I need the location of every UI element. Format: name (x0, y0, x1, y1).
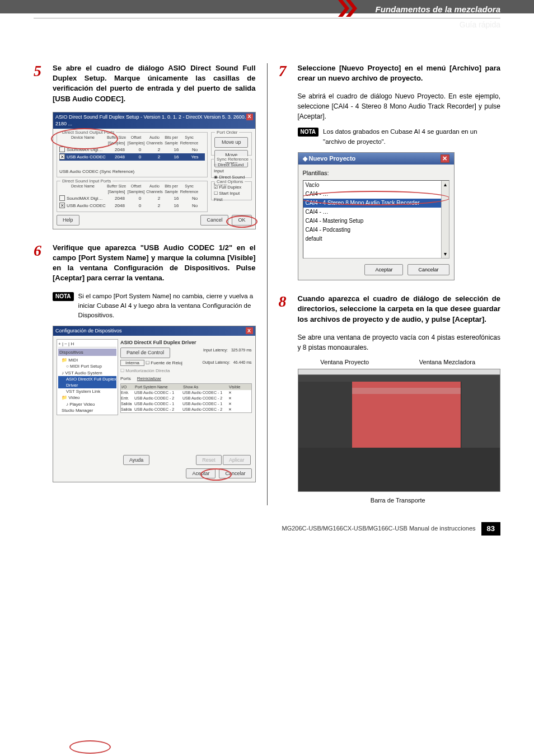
table-row[interactable]: SalidaUSB Audio CODEC - 1USB Audio CODEC… (121, 401, 251, 407)
step-body: Verifique que aparezca "USB Audio CODEC … (53, 243, 256, 284)
right-column: 7 Seleccione [Nuevo Proyecto] en el menú… (268, 63, 501, 505)
checkbox-icon[interactable] (59, 195, 65, 201)
dialog-title: Configuración de Dispositivos (55, 327, 122, 335)
table-row[interactable]: Entr.USB Audio CODEC - 2USB Audio CODEC … (121, 396, 251, 401)
section-title: Fundamentos de la mezcladora (376, 3, 500, 15)
dialog-titlebar: Configuración de Dispositivos X (53, 326, 255, 336)
step-number: 8 (279, 294, 292, 325)
footer-text: MG206C-USB/MG166CX-USB/MG166C-USB Manual… (282, 524, 476, 533)
figure-project-window (298, 369, 501, 492)
templates-list[interactable]: Vacío CAI4 - … CAI4 - 4 Stereo 8 Mono Au… (303, 180, 449, 259)
sync-ref-note: USB Audio CODEC (Sync Reference) (59, 168, 205, 175)
dialog-titlebar: ASIO Direct Sound Full Duplex Setup - Ve… (53, 112, 255, 129)
step-8: 8 Cuando aparezca el cuadro de diálogo d… (279, 294, 501, 325)
chevron-down-icon[interactable]: ▾ (442, 250, 449, 258)
table-row[interactable]: ✕ USB Audio CODEC 2048 0 2 16 No (59, 202, 205, 209)
radio-icon[interactable]: ○ (214, 162, 217, 167)
close-icon[interactable]: X (246, 327, 253, 334)
table-row[interactable]: SalidaUSB Audio CODEC - 2USB Audio CODEC… (121, 407, 251, 412)
input-ports-panel: Direct Sound Input Ports Device Name Buf… (57, 181, 208, 212)
checkbox-icon[interactable]: ☑ (214, 185, 218, 190)
reset-button[interactable]: Reset (196, 455, 222, 466)
dialog-titlebar: ◆ Nuevo Proyecto ✕ (298, 153, 454, 165)
checkbox-icon[interactable]: ☐ (214, 191, 218, 196)
header-band: Fundamentos de la mezcladora Guía rápida (0, 0, 534, 13)
step-number: 7 (279, 63, 292, 83)
arrows-icon (338, 0, 366, 17)
list-item[interactable]: CAI4 - Podcasting (303, 226, 449, 234)
table-headers: Device Name Buffer Size [Samples] Offset… (59, 184, 205, 195)
figure-new-project-dialog: ◆ Nuevo Proyecto ✕ Plantillas: Vacío CAI… (298, 152, 455, 280)
device-tree[interactable]: + | − | H Dispositivos 📁 MIDI ○ MIDI Por… (57, 339, 118, 415)
caption-project: Ventana Proyecto (320, 358, 369, 367)
help-button[interactable]: Ayuda (123, 455, 149, 466)
nota-badge: NOTA (53, 292, 74, 301)
caption-transport: Barra de Transporte (296, 496, 501, 505)
table-row[interactable]: Entr.USB Audio CODEC - 1USB Audio CODEC … (121, 390, 251, 396)
dialog-title: ASIO Direct Sound Full Duplex Setup - Ve… (55, 114, 246, 128)
list-item[interactable]: Vacío (303, 181, 449, 190)
figure-caption-row: Ventana Proyecto Ventana Mezcladora (296, 358, 501, 367)
step-body: Seleccione [Nuevo Proyecto] en el menú [… (298, 63, 501, 83)
step-description: Se abrirá el cuadro de diálogo Nuevo Pro… (298, 91, 501, 121)
track-rows-area (352, 382, 461, 449)
figure-device-setup: Configuración de Dispositivos X + | − | … (53, 326, 256, 482)
highlight-ellipse-icon (200, 468, 232, 481)
mixer-panel-area (461, 382, 500, 449)
step-7: 7 Seleccione [Nuevo Proyecto] en el menú… (279, 63, 501, 83)
left-column: 5 Se abre el cuadro de diálogo ASIO Dire… (34, 63, 268, 505)
two-column-layout: 5 Se abre el cuadro de diálogo ASIO Dire… (0, 41, 534, 516)
nota-text: Si el campo [Port System Name] no cambia… (78, 292, 256, 321)
page-footer: MG206C-USB/MG166CX-USB/MG166C-USB Manual… (0, 516, 534, 558)
highlight-ellipse-icon (226, 215, 257, 228)
close-icon[interactable]: ✕ (441, 154, 449, 163)
close-icon[interactable]: X (246, 114, 253, 120)
panel-legend: Direct Sound Input Ports (60, 178, 113, 184)
step-5: 5 Se abre el cuadro de diálogo ASIO Dire… (34, 63, 256, 104)
step-body: Cuando aparezca el cuadro de diálogo de … (298, 294, 501, 325)
nota-text: Los datos grabados en Cubase AI 4 se gua… (323, 127, 500, 147)
nota-row: NOTA Los datos grabados en Cubase AI 4 s… (298, 127, 501, 147)
page-number: 83 (481, 522, 500, 536)
scrollbar[interactable]: ▴ ▾ (441, 181, 449, 258)
chevron-up-icon[interactable]: ▴ (442, 181, 449, 189)
cancel-button[interactable]: Cancelar (407, 264, 449, 276)
svg-marker-0 (338, 0, 349, 17)
accept-button[interactable]: Aceptar (364, 264, 403, 276)
nota-badge: NOTA (298, 128, 319, 137)
caption-mixer: Ventana Mezcladora (419, 358, 475, 367)
table-row[interactable]: SoundMAX Digi… 2048 0 2 16 No (59, 195, 205, 202)
step-number: 5 (34, 63, 47, 104)
figure-asio-dialog: ASIO Direct Sound Full Duplex Setup - Ve… (53, 112, 256, 229)
nota-row: NOTA Si el campo [Port System Name] no c… (53, 292, 256, 321)
table-row[interactable]: ✕ USB Audio CODEC 2048 0 2 16 Yes (59, 153, 205, 161)
templates-label: Plantillas: (303, 169, 449, 177)
sync-ref-panel: Sync Reference ○ Direct Sound Input ◉ Di… (211, 159, 252, 178)
step-description: Se abre una ventana de proyecto vacía co… (298, 332, 501, 353)
driver-label: ASIO DirectX Full Duplex Driver (120, 339, 252, 346)
help-button[interactable]: Help (57, 215, 79, 226)
step-body: Se abre el cuadro de diálogo ASIO Direct… (53, 63, 256, 104)
list-item[interactable]: CAI4 - … (303, 208, 449, 217)
mixer-transport-area (298, 448, 500, 491)
apply-button[interactable]: Aplicar (223, 455, 251, 466)
control-panel-button[interactable]: Panel de Control (120, 348, 170, 358)
step-number: 6 (34, 243, 47, 284)
move-up-button[interactable]: Move up (214, 137, 248, 148)
track-panel-area (298, 382, 352, 449)
highlight-ellipse-icon (303, 191, 449, 205)
guide-title: Guía rápida (460, 20, 500, 31)
list-item[interactable]: CAI4 - Mastering Setup (303, 217, 449, 226)
cancel-button[interactable]: Cancel (200, 215, 228, 226)
list-item[interactable]: default (303, 234, 449, 243)
checkbox-icon[interactable] (59, 147, 65, 152)
highlight-ellipse-icon (51, 128, 118, 149)
checkbox-icon[interactable]: ✕ (59, 154, 65, 159)
header-rule (34, 18, 500, 18)
card-options-panel: Card Options ☑ Full Duplex ☐ Start Input… (211, 181, 252, 200)
step-6: 6 Verifique que aparezca "USB Audio CODE… (34, 243, 256, 284)
port-order-panel: Port Order Move up Move down (211, 132, 252, 156)
checkbox-icon[interactable]: ✕ (59, 203, 65, 208)
